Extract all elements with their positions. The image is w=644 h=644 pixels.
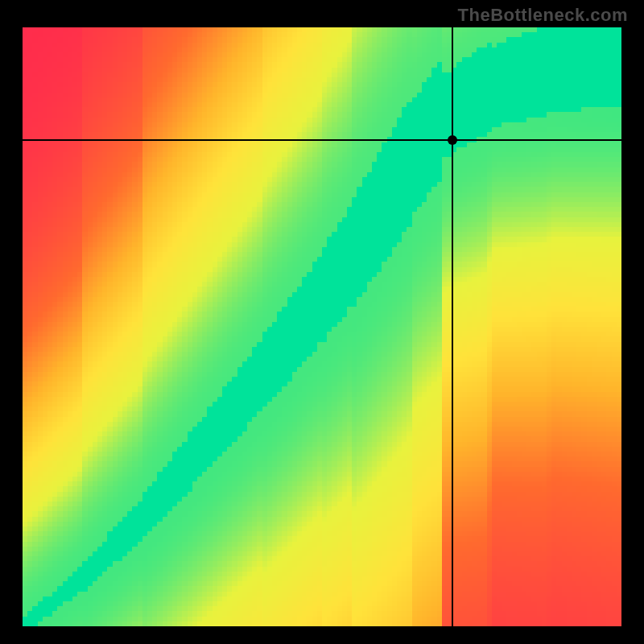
heatmap-canvas [23,27,621,626]
crosshair-vertical [452,27,453,626]
watermark-text: TheBottleneck.com [458,5,628,26]
heatmap-plot [23,27,621,626]
chart-frame: TheBottleneck.com [0,0,644,644]
marker-dot [448,135,457,145]
crosshair-horizontal [23,139,621,141]
